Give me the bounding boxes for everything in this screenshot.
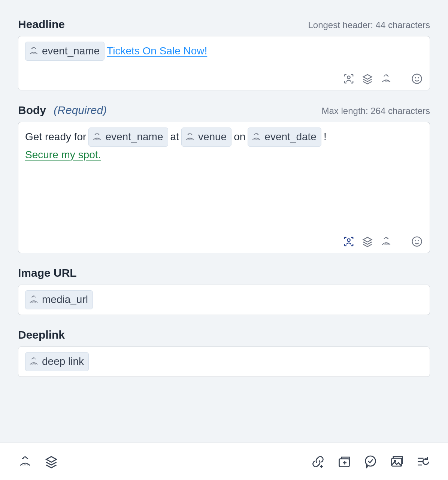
bottom-toolbar: CMS bbox=[0, 442, 448, 480]
body-text-4: ! bbox=[324, 129, 327, 146]
body-header: Body (Required) Max length: 264 characte… bbox=[18, 104, 430, 117]
personalization-icon[interactable] bbox=[343, 236, 355, 248]
cms-token-event-name[interactable]: CMS event_name bbox=[25, 42, 105, 61]
svg-text:CMS: CMS bbox=[187, 138, 192, 140]
headline-header: Headline Longest header: 44 characters bbox=[18, 18, 430, 31]
layers-icon[interactable] bbox=[44, 454, 58, 469]
svg-point-4 bbox=[415, 78, 416, 78]
emoji-icon[interactable] bbox=[411, 73, 423, 85]
cms-token-label: venue bbox=[198, 129, 227, 146]
image-url-header: Image URL bbox=[18, 267, 430, 279]
layers-icon[interactable] bbox=[361, 73, 373, 85]
svg-text:CMS: CMS bbox=[95, 138, 100, 140]
headline-field: Headline Longest header: 44 characters C… bbox=[18, 18, 430, 90]
svg-point-18 bbox=[366, 456, 376, 466]
cms-token-venue[interactable]: CMS venue bbox=[181, 128, 231, 147]
svg-point-11 bbox=[412, 237, 422, 246]
svg-point-12 bbox=[415, 240, 416, 241]
personalization-icon[interactable] bbox=[343, 73, 355, 85]
cms-settings-icon[interactable]: CMS bbox=[380, 236, 392, 248]
headline-link-text[interactable]: Tickets On Sale Now! bbox=[107, 43, 207, 60]
cms-icon: CMS bbox=[28, 46, 39, 56]
body-text-1: Get ready for bbox=[25, 129, 86, 146]
cms-icon: CMS bbox=[28, 295, 39, 304]
image-url-field: Image URL CMS media_url bbox=[18, 267, 430, 315]
card-add-icon[interactable] bbox=[337, 454, 351, 469]
svg-point-1 bbox=[347, 76, 350, 79]
cms-token-label: deep link bbox=[42, 353, 84, 370]
deeplink-field: Deeplink CMS deep link bbox=[18, 328, 430, 377]
cms-token-label: event_name bbox=[105, 129, 163, 146]
cms-token-label: event_name bbox=[42, 43, 100, 60]
body-label: Body (Required) bbox=[18, 104, 107, 117]
layers-icon[interactable] bbox=[361, 236, 373, 248]
cms-icon: CMS bbox=[28, 357, 39, 366]
svg-text:CMS: CMS bbox=[31, 301, 36, 303]
body-toolbar: CMS bbox=[343, 236, 423, 248]
headline-toolbar: CMS bbox=[343, 73, 423, 85]
svg-point-5 bbox=[418, 78, 418, 78]
svg-text:CMS: CMS bbox=[254, 138, 259, 140]
cms-token-event-name[interactable]: CMS event_name bbox=[88, 128, 168, 147]
body-field: Body (Required) Max length: 264 characte… bbox=[18, 104, 430, 253]
cms-icon: CMS bbox=[251, 132, 261, 141]
cms-icon: CMS bbox=[92, 132, 102, 141]
cms-icon: CMS bbox=[185, 132, 195, 141]
svg-text:CMS: CMS bbox=[384, 80, 389, 82]
deeplink-input[interactable]: CMS deep link bbox=[18, 346, 430, 377]
reset-list-icon[interactable] bbox=[416, 454, 430, 469]
body-text-3: on bbox=[234, 129, 245, 146]
image-url-input[interactable]: CMS media_url bbox=[18, 285, 430, 315]
headline-hint: Longest header: 44 characters bbox=[308, 20, 430, 30]
svg-text:CMS: CMS bbox=[31, 363, 36, 365]
body-hint: Max length: 264 characters bbox=[322, 106, 430, 116]
body-input[interactable]: Get ready for CMS event_name at CMS venu… bbox=[18, 122, 430, 253]
headline-input[interactable]: CMS event_name Tickets On Sale Now! CMS bbox=[18, 36, 430, 90]
emoji-icon[interactable] bbox=[411, 236, 423, 248]
cms-token-deep-link[interactable]: CMS deep link bbox=[25, 352, 89, 371]
svg-point-9 bbox=[347, 239, 350, 242]
image-icon[interactable] bbox=[390, 454, 404, 469]
cms-token-media-url[interactable]: CMS media_url bbox=[25, 290, 93, 309]
svg-text:CMS: CMS bbox=[22, 463, 28, 466]
link-add-icon[interactable] bbox=[311, 454, 325, 469]
deeplink-label: Deeplink bbox=[18, 328, 65, 341]
cms-token-label: media_url bbox=[42, 291, 88, 308]
image-url-label: Image URL bbox=[18, 267, 77, 279]
svg-point-3 bbox=[412, 74, 422, 84]
cms-icon[interactable]: CMS bbox=[18, 454, 32, 469]
deeplink-header: Deeplink bbox=[18, 328, 430, 341]
svg-point-13 bbox=[418, 240, 418, 241]
required-label: (Required) bbox=[54, 104, 107, 116]
body-text-2: at bbox=[170, 129, 179, 146]
cms-settings-icon[interactable]: CMS bbox=[380, 73, 392, 85]
chat-check-icon[interactable] bbox=[363, 454, 378, 469]
svg-text:CMS: CMS bbox=[384, 243, 389, 245]
body-link-text[interactable]: Secure my spot. bbox=[25, 147, 101, 164]
svg-text:CMS: CMS bbox=[31, 52, 36, 54]
headline-label: Headline bbox=[18, 18, 65, 31]
cms-token-event-date[interactable]: CMS event_date bbox=[248, 128, 321, 147]
cms-token-label: event_date bbox=[264, 129, 317, 146]
